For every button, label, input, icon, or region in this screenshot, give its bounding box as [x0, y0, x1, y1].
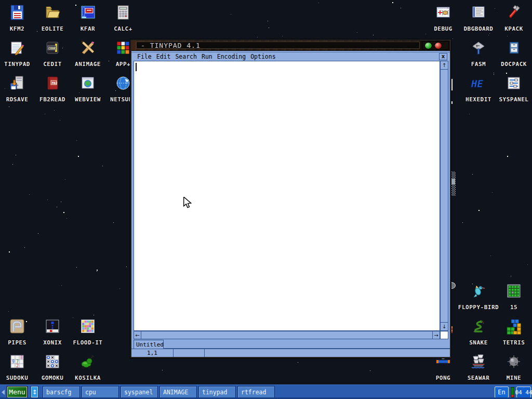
icon-label: KFM2: [10, 25, 25, 32]
menu-item-encoding[interactable]: Encoding: [217, 53, 246, 60]
desktop-icon-flood-it[interactable]: FLOOD-IT: [65, 318, 110, 346]
desktop-icon-tetris[interactable]: TETRIS: [491, 318, 532, 346]
star: [66, 218, 67, 219]
kpack-icon: [506, 4, 522, 21]
star: [231, 14, 231, 15]
desktop-icon-15[interactable]: 15: [491, 283, 532, 311]
menu-item-file[interactable]: File: [137, 53, 152, 60]
star: [57, 207, 57, 207]
icon-label: TETRIS: [503, 339, 525, 346]
icon-label: APP+: [116, 61, 131, 68]
star: [506, 73, 507, 74]
taskbar-collapse-arrow-icon[interactable]: [2, 390, 5, 395]
tab-untitled[interactable]: Untitled: [134, 340, 164, 349]
star: [60, 120, 60, 121]
cedit-icon: [44, 39, 61, 56]
cpu-load-indicator[interactable]: [511, 387, 514, 397]
icon-label: KFAR: [81, 25, 96, 32]
icon-label: SEAWAR: [468, 375, 490, 381]
task-button-barscfg[interactable]: barscfg: [43, 386, 80, 398]
star: [478, 210, 480, 211]
bird-icon: [470, 283, 487, 299]
dbgboard-icon: [470, 4, 487, 21]
animage-icon: [79, 39, 96, 56]
start-menu-button[interactable]: Menu: [7, 386, 28, 398]
vertical-scrollbar[interactable]: [440, 61, 448, 331]
icon-label: EOLITE: [42, 25, 64, 32]
kfm2-icon: [9, 4, 25, 21]
star: [357, 32, 357, 33]
star: [162, 370, 163, 370]
desktop-icon-mine[interactable]: MINE: [491, 353, 532, 381]
star: [97, 271, 97, 272]
star: [94, 315, 94, 315]
star: [9, 251, 10, 252]
icon-label: FB2READ: [39, 96, 65, 103]
close-button[interactable]: x: [439, 53, 447, 60]
desktop-icon-calc+[interactable]: CALC+: [101, 4, 145, 32]
status-cell: [174, 349, 205, 357]
mine-icon: [506, 353, 522, 370]
icon-label: MINE: [507, 375, 522, 381]
hexedit-icon: [470, 75, 487, 91]
task-button-rtfread[interactable]: rtfread: [237, 386, 275, 398]
task-button-tinypad[interactable]: tinypad: [198, 386, 236, 398]
star: [29, 194, 30, 195]
calc-icon: [115, 4, 131, 21]
webview-icon: [79, 75, 96, 91]
desktop-icon-kpack[interactable]: KPACK: [491, 4, 532, 32]
task-button-cpu[interactable]: cpu: [82, 386, 119, 398]
desktop-icon-syspanel[interactable]: SYSPANEL: [491, 75, 532, 103]
text-caret: [136, 63, 137, 71]
star: [9, 107, 9, 107]
icon-label: SUDOKU: [6, 375, 29, 381]
desktop-icon-kosilka[interactable]: KOSILKA: [65, 353, 110, 381]
desktop-icon-docpack[interactable]: DOCPACK: [491, 39, 532, 68]
status-cursor-position: 1,1: [131, 349, 174, 357]
star: [119, 288, 120, 289]
gomoku-icon: [44, 353, 61, 370]
editor-area[interactable]: [134, 61, 440, 331]
star: [370, 370, 370, 371]
task-button-animage[interactable]: ANIMAGE: [159, 386, 197, 398]
mouse-cursor: [183, 197, 192, 208]
star: [392, 2, 393, 3]
menu-item-search[interactable]: Search: [175, 53, 197, 60]
icon-label: 15: [510, 304, 517, 311]
star: [47, 200, 48, 200]
star: [492, 192, 493, 193]
fifteen-icon: [506, 283, 522, 299]
scroll-down-button[interactable]: ↓: [440, 322, 448, 331]
icon-label: HEXEDIT: [466, 96, 491, 103]
scrollbar-corner: [440, 331, 448, 339]
horizontal-scrollbar[interactable]: [134, 331, 440, 339]
scroll-right-button[interactable]: →: [432, 331, 440, 339]
star: [318, 3, 319, 3]
window-switcher-button[interactable]: ↕: [31, 386, 38, 398]
scroll-left-button[interactable]: ←: [134, 331, 141, 339]
minimize-light-button[interactable]: [424, 42, 432, 49]
icon-label: XONIX: [43, 339, 62, 346]
window-titlebar[interactable]: - TINYPAD 4.1: [131, 41, 450, 51]
scroll-up-button[interactable]: ↑: [440, 61, 448, 70]
star: [268, 21, 268, 21]
language-indicator[interactable]: En: [495, 387, 509, 398]
close-light-button[interactable]: [434, 42, 442, 49]
star: [12, 164, 13, 165]
clock[interactable]: 04 44: [516, 387, 531, 398]
menu-item-run[interactable]: Run: [201, 53, 213, 60]
star: [511, 276, 511, 276]
task-button-syspanel[interactable]: syspanel: [121, 386, 158, 398]
tinypad-window: - TINYPAD 4.1 FileEditSearchRunEncodingO…: [130, 39, 451, 358]
icon-label: DEBUG: [434, 25, 453, 32]
star: [507, 156, 508, 157]
menu-item-edit[interactable]: Edit: [156, 53, 171, 60]
star: [61, 285, 62, 286]
icon-label: CALC+: [114, 25, 132, 32]
icon-label: SYSPANEL: [499, 96, 529, 103]
star: [78, 156, 79, 157]
docpack-icon: [506, 39, 522, 56]
star: [76, 140, 77, 141]
seawar-icon: [470, 353, 487, 370]
menu-item-options[interactable]: Options: [250, 53, 276, 60]
